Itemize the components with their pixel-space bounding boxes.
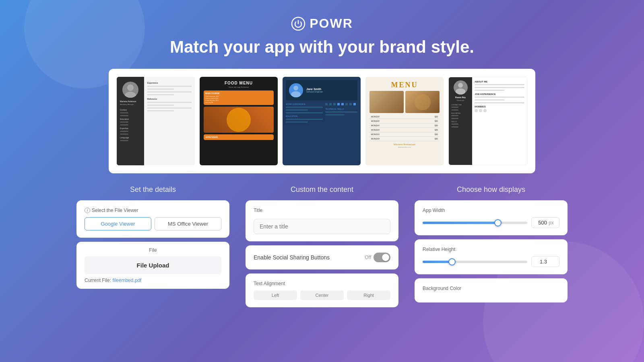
file-panel: File File Upload Current File: fileembed… bbox=[76, 242, 229, 289]
app-width-value-box: 500 px bbox=[531, 217, 559, 228]
app-width-value[interactable]: 500 bbox=[535, 220, 547, 226]
toggle-wrapper: Off bbox=[365, 253, 390, 262]
preview-card-resume1: Mariana Anderson Marketing Manager Conta… bbox=[117, 77, 195, 165]
align-center-btn[interactable]: Center bbox=[300, 290, 344, 300]
file-upload-title: File Upload bbox=[90, 262, 216, 269]
app-width-slider-row: 500 px bbox=[423, 217, 559, 228]
title-field-label: Title bbox=[254, 208, 390, 213]
app-width-label: App Width bbox=[423, 208, 559, 213]
svg-point-6 bbox=[456, 88, 465, 95]
powr-logo-icon bbox=[291, 16, 305, 31]
relative-height-slider-fill bbox=[423, 261, 452, 263]
preview-card-resume2: Rason Roy Developer CONTACT ME EDUCATION… bbox=[448, 77, 527, 165]
relative-height-slider-row: 1.3 bbox=[423, 256, 559, 267]
app-width-slider-track[interactable] bbox=[423, 222, 527, 224]
title-panel: Title bbox=[246, 200, 398, 241]
logo-row: POWR bbox=[0, 16, 644, 31]
set-details-title: Set the details bbox=[76, 185, 229, 194]
social-sharing-label: Enable Social Sharing Buttons bbox=[254, 254, 330, 261]
preview-strip: Mariana Anderson Marketing Manager Conta… bbox=[109, 69, 535, 173]
app-width-unit: px bbox=[549, 220, 554, 226]
app-width-panel: App Width 500 px bbox=[415, 200, 568, 235]
header: POWR Match your app with your brand styl… bbox=[0, 0, 644, 69]
svg-point-1 bbox=[127, 84, 134, 91]
choose-display-section: Choose how displays App Width 500 px bbox=[415, 185, 568, 306]
text-alignment-label: Text Alignment bbox=[254, 281, 390, 286]
custom-content-title: Custom the content bbox=[246, 185, 398, 194]
toggle-off-text: Off bbox=[365, 255, 371, 260]
svg-point-4 bbox=[291, 91, 301, 97]
bg-color-label: Background Color bbox=[423, 286, 559, 291]
align-right-btn[interactable]: Right bbox=[347, 290, 390, 300]
current-file-info: Current File: fileembed.pdf bbox=[85, 278, 221, 283]
google-viewer-button[interactable]: Google Viewer bbox=[85, 217, 151, 230]
file-viewer-label: i Select the File Viewer bbox=[85, 208, 221, 213]
svg-point-3 bbox=[293, 86, 298, 90]
social-sharing-toggle[interactable] bbox=[374, 253, 390, 262]
set-details-section: Set the details i Select the File Viewer… bbox=[76, 185, 229, 289]
ms-office-viewer-button[interactable]: MS Office Viewer bbox=[155, 217, 221, 230]
relative-height-slider-thumb[interactable] bbox=[448, 258, 456, 265]
relative-height-value-box: 1.3 bbox=[531, 256, 559, 267]
preview-card-food-menu: FOOD MENU House and cage-Restaurant MAIN… bbox=[200, 77, 278, 165]
file-upload-box[interactable]: File Upload bbox=[85, 256, 221, 274]
file-viewer-panel: i Select the File Viewer Google Viewer M… bbox=[76, 200, 229, 238]
title-input[interactable] bbox=[254, 219, 390, 234]
viewer-buttons: Google Viewer MS Office Viewer bbox=[85, 217, 221, 230]
bottom-section: Set the details i Select the File Viewer… bbox=[0, 173, 644, 311]
text-alignment-panel: Text Alignment Left Center Right bbox=[246, 274, 398, 307]
choose-display-title: Choose how displays bbox=[415, 185, 568, 194]
align-left-btn[interactable]: Left bbox=[254, 290, 297, 300]
current-file-link[interactable]: fileembed.pdf bbox=[112, 278, 141, 283]
svg-point-5 bbox=[458, 83, 463, 88]
background-color-panel: Background Color bbox=[415, 278, 568, 302]
alignment-row: Left Center Right bbox=[254, 290, 390, 300]
preview-strip-wrapper: Mariana Anderson Marketing Manager Conta… bbox=[0, 69, 644, 173]
toggle-knob bbox=[382, 254, 389, 261]
preview-card-beige-menu: MENU MONDAY$20 MONDAY$30 MONDAY$30 MONDA… bbox=[365, 77, 444, 165]
relative-height-label: Relative Height bbox=[423, 247, 559, 252]
social-sharing-row: Enable Social Sharing Buttons Off bbox=[254, 253, 390, 262]
svg-point-2 bbox=[125, 92, 136, 98]
app-width-slider-fill bbox=[423, 222, 498, 224]
custom-content-section: Custom the content Title Enable Social S… bbox=[246, 185, 398, 311]
info-icon: i bbox=[85, 208, 90, 213]
app-width-slider-thumb[interactable] bbox=[494, 219, 502, 226]
relative-height-panel: Relative Height 1.3 bbox=[415, 239, 568, 274]
preview-card-dark-cv: Jane Smith Software Engineer WORK EXPERI… bbox=[283, 77, 361, 165]
logo-text: POWR bbox=[310, 16, 353, 31]
relative-height-slider-track[interactable] bbox=[423, 261, 527, 263]
tagline: Match your app with your brand style. bbox=[0, 37, 644, 57]
file-label: File bbox=[85, 247, 221, 253]
social-sharing-panel: Enable Social Sharing Buttons Off bbox=[246, 245, 398, 269]
relative-height-value[interactable]: 1.3 bbox=[535, 259, 547, 265]
